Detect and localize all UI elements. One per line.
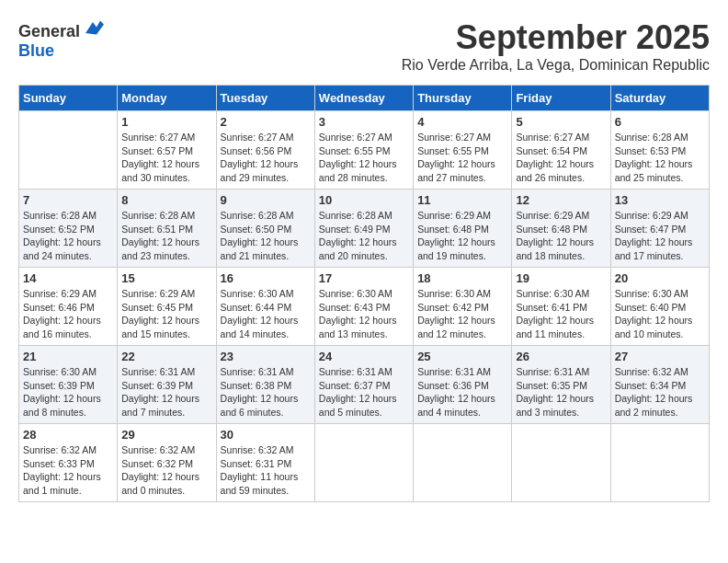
day-number: 21 xyxy=(23,350,113,363)
logo-text: General Blue xyxy=(18,18,104,61)
day-number: 27 xyxy=(615,350,705,363)
month-title: September 2025 xyxy=(402,18,710,57)
header-sunday: Sunday xyxy=(19,86,118,111)
day-number: 22 xyxy=(121,350,211,363)
day-number: 15 xyxy=(121,271,211,285)
day-number: 3 xyxy=(319,115,409,129)
day-info: Sunrise: 6:30 AMSunset: 6:39 PMDaylight:… xyxy=(23,365,113,419)
header-saturday: Saturday xyxy=(610,86,709,111)
calendar-cell: 23Sunrise: 6:31 AMSunset: 6:38 PMDayligh… xyxy=(216,346,314,424)
day-info: Sunrise: 6:27 AMSunset: 6:55 PMDaylight:… xyxy=(417,131,507,185)
header-thursday: Thursday xyxy=(414,86,512,111)
calendar-cell: 21Sunrise: 6:30 AMSunset: 6:39 PMDayligh… xyxy=(19,346,118,424)
calendar-cell: 7Sunrise: 6:28 AMSunset: 6:52 PMDaylight… xyxy=(19,190,118,268)
day-number: 6 xyxy=(615,115,705,129)
week-row-3: 21Sunrise: 6:30 AMSunset: 6:39 PMDayligh… xyxy=(19,346,710,424)
day-number: 18 xyxy=(417,271,507,285)
day-info: Sunrise: 6:32 AMSunset: 6:32 PMDaylight:… xyxy=(121,443,211,498)
calendar-cell: 18Sunrise: 6:30 AMSunset: 6:42 PMDayligh… xyxy=(414,268,512,346)
day-info: Sunrise: 6:31 AMSunset: 6:38 PMDaylight:… xyxy=(221,365,311,419)
day-number: 23 xyxy=(221,350,311,363)
header-friday: Friday xyxy=(512,86,610,111)
svg-marker-0 xyxy=(85,20,104,34)
day-number: 28 xyxy=(23,428,113,442)
day-number: 8 xyxy=(121,193,211,207)
calendar-cell: 26Sunrise: 6:31 AMSunset: 6:35 PMDayligh… xyxy=(512,346,610,424)
logo: General Blue xyxy=(18,18,104,61)
day-info: Sunrise: 6:30 AMSunset: 6:43 PMDaylight:… xyxy=(319,287,409,341)
week-row-2: 14Sunrise: 6:29 AMSunset: 6:46 PMDayligh… xyxy=(19,268,710,346)
calendar-cell xyxy=(512,424,610,502)
week-row-0: 1Sunrise: 6:27 AMSunset: 6:57 PMDaylight… xyxy=(19,111,710,190)
day-info: Sunrise: 6:30 AMSunset: 6:44 PMDaylight:… xyxy=(221,287,311,341)
calendar-cell: 1Sunrise: 6:27 AMSunset: 6:57 PMDaylight… xyxy=(118,111,216,190)
day-number: 24 xyxy=(319,350,409,363)
day-info: Sunrise: 6:27 AMSunset: 6:56 PMDaylight:… xyxy=(221,131,311,185)
calendar-cell: 11Sunrise: 6:29 AMSunset: 6:48 PMDayligh… xyxy=(414,190,512,268)
header: General Blue September 2025 Rio Verde Ar… xyxy=(18,18,710,81)
day-number: 25 xyxy=(417,350,507,363)
calendar-cell: 5Sunrise: 6:27 AMSunset: 6:54 PMDaylight… xyxy=(512,111,610,190)
day-info: Sunrise: 6:28 AMSunset: 6:51 PMDaylight:… xyxy=(121,209,211,263)
calendar-cell: 10Sunrise: 6:28 AMSunset: 6:49 PMDayligh… xyxy=(314,190,413,268)
day-info: Sunrise: 6:27 AMSunset: 6:57 PMDaylight:… xyxy=(121,131,211,185)
calendar-cell: 20Sunrise: 6:30 AMSunset: 6:40 PMDayligh… xyxy=(610,268,709,346)
calendar-cell: 13Sunrise: 6:29 AMSunset: 6:47 PMDayligh… xyxy=(610,190,709,268)
calendar-cell: 2Sunrise: 6:27 AMSunset: 6:56 PMDaylight… xyxy=(216,111,314,190)
calendar-cell xyxy=(610,424,709,502)
day-info: Sunrise: 6:31 AMSunset: 6:35 PMDaylight:… xyxy=(516,365,606,419)
day-info: Sunrise: 6:32 AMSunset: 6:33 PMDaylight:… xyxy=(23,443,113,498)
day-info: Sunrise: 6:32 AMSunset: 6:34 PMDaylight:… xyxy=(615,365,705,419)
day-info: Sunrise: 6:29 AMSunset: 6:45 PMDaylight:… xyxy=(121,287,211,341)
day-info: Sunrise: 6:29 AMSunset: 6:48 PMDaylight:… xyxy=(417,209,507,263)
day-number: 2 xyxy=(221,115,311,129)
calendar-table: Sunday Monday Tuesday Wednesday Thursday… xyxy=(18,85,710,502)
day-info: Sunrise: 6:27 AMSunset: 6:55 PMDaylight:… xyxy=(319,131,409,185)
day-info: Sunrise: 6:30 AMSunset: 6:41 PMDaylight:… xyxy=(516,287,606,341)
calendar-cell: 3Sunrise: 6:27 AMSunset: 6:55 PMDaylight… xyxy=(314,111,413,190)
calendar-cell: 27Sunrise: 6:32 AMSunset: 6:34 PMDayligh… xyxy=(610,346,709,424)
day-info: Sunrise: 6:31 AMSunset: 6:36 PMDaylight:… xyxy=(417,365,507,419)
calendar-cell: 29Sunrise: 6:32 AMSunset: 6:32 PMDayligh… xyxy=(118,424,216,502)
calendar-cell: 16Sunrise: 6:30 AMSunset: 6:44 PMDayligh… xyxy=(216,268,314,346)
day-info: Sunrise: 6:28 AMSunset: 6:50 PMDaylight:… xyxy=(221,209,311,263)
day-number: 13 xyxy=(615,193,705,207)
day-number: 26 xyxy=(516,350,606,363)
logo-general: General xyxy=(18,22,80,40)
day-number: 16 xyxy=(221,271,311,285)
day-info: Sunrise: 6:31 AMSunset: 6:39 PMDaylight:… xyxy=(121,365,211,419)
day-number: 19 xyxy=(516,271,606,285)
calendar-cell xyxy=(19,111,118,190)
day-info: Sunrise: 6:28 AMSunset: 6:52 PMDaylight:… xyxy=(23,209,113,263)
calendar-cell: 4Sunrise: 6:27 AMSunset: 6:55 PMDaylight… xyxy=(414,111,512,190)
day-info: Sunrise: 6:29 AMSunset: 6:47 PMDaylight:… xyxy=(615,209,705,263)
location-subtitle: Rio Verde Arriba, La Vega, Dominican Rep… xyxy=(402,57,710,74)
day-number: 20 xyxy=(615,271,705,285)
day-info: Sunrise: 6:28 AMSunset: 6:49 PMDaylight:… xyxy=(319,209,409,263)
calendar-cell: 25Sunrise: 6:31 AMSunset: 6:36 PMDayligh… xyxy=(414,346,512,424)
header-wednesday: Wednesday xyxy=(314,86,413,111)
logo-bird-icon xyxy=(82,18,104,37)
day-number: 14 xyxy=(23,271,113,285)
day-number: 30 xyxy=(221,428,311,442)
day-info: Sunrise: 6:31 AMSunset: 6:37 PMDaylight:… xyxy=(319,365,409,419)
calendar-cell: 22Sunrise: 6:31 AMSunset: 6:39 PMDayligh… xyxy=(118,346,216,424)
calendar-cell: 17Sunrise: 6:30 AMSunset: 6:43 PMDayligh… xyxy=(314,268,413,346)
day-info: Sunrise: 6:27 AMSunset: 6:54 PMDaylight:… xyxy=(516,131,606,185)
day-info: Sunrise: 6:30 AMSunset: 6:40 PMDaylight:… xyxy=(615,287,705,341)
calendar-cell: 15Sunrise: 6:29 AMSunset: 6:45 PMDayligh… xyxy=(118,268,216,346)
day-number: 17 xyxy=(319,271,409,285)
day-number: 29 xyxy=(121,428,211,442)
header-tuesday: Tuesday xyxy=(216,86,314,111)
week-row-1: 7Sunrise: 6:28 AMSunset: 6:52 PMDaylight… xyxy=(19,190,710,268)
day-number: 7 xyxy=(23,193,113,207)
logo-blue: Blue xyxy=(18,41,54,60)
calendar-cell xyxy=(314,424,413,502)
calendar-cell: 6Sunrise: 6:28 AMSunset: 6:53 PMDaylight… xyxy=(610,111,709,190)
calendar-cell: 14Sunrise: 6:29 AMSunset: 6:46 PMDayligh… xyxy=(19,268,118,346)
day-number: 9 xyxy=(221,193,311,207)
day-number: 5 xyxy=(516,115,606,129)
calendar-cell: 28Sunrise: 6:32 AMSunset: 6:33 PMDayligh… xyxy=(19,424,118,502)
calendar-cell: 24Sunrise: 6:31 AMSunset: 6:37 PMDayligh… xyxy=(314,346,413,424)
calendar-cell: 19Sunrise: 6:30 AMSunset: 6:41 PMDayligh… xyxy=(512,268,610,346)
